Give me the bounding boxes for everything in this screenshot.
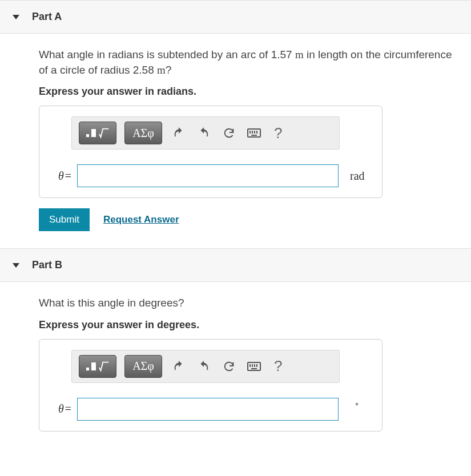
help-icon[interactable]: ? [271, 124, 285, 142]
sqrt-icon [98, 360, 110, 373]
part-b-header[interactable]: Part B [0, 248, 471, 282]
part-b-instruction: Express your answer in degrees. [39, 319, 460, 331]
part-b-question: What is this angle in degrees? [39, 296, 460, 311]
part-a-title: Part A [32, 11, 62, 23]
part-b-answer-input[interactable] [77, 398, 339, 421]
theta-label: θ= [50, 402, 71, 416]
part-a-header[interactable]: Part A [0, 0, 471, 34]
part-a-actions: Submit Request Answer [39, 208, 460, 231]
unit-m: m [295, 49, 304, 60]
keyboard-icon[interactable] [245, 358, 263, 375]
part-a-answer-input[interactable] [77, 164, 339, 187]
equals-sign: = [65, 402, 71, 415]
part-a-body: What angle in radians is subtended by an… [0, 34, 471, 248]
chevron-down-icon [13, 263, 19, 268]
undo-icon[interactable] [170, 124, 187, 142]
chevron-down-icon [13, 15, 19, 19]
equals-sign: = [65, 170, 71, 182]
equation-toolbar: ΑΣφ ? [71, 116, 340, 150]
unit-m: m [157, 64, 166, 76]
question-text: What angle in radians is subtended by an… [39, 49, 295, 60]
part-a-question: What angle in radians is subtended by an… [39, 47, 460, 78]
part-b-answer-box: ΑΣφ ? θ= ∘ [39, 339, 383, 431]
part-a-answer-box: ΑΣφ ? θ= rad [39, 106, 383, 198]
redo-icon[interactable] [195, 124, 212, 142]
part-a-instruction: Express your answer in radians. [39, 86, 460, 98]
equation-toolbar: ΑΣφ ? [71, 350, 340, 383]
greek-symbols-button[interactable]: ΑΣφ [124, 355, 162, 378]
theta-label: θ= [50, 170, 71, 183]
reset-icon[interactable] [220, 358, 237, 375]
reset-icon[interactable] [220, 124, 237, 142]
greek-symbols-button[interactable]: ΑΣφ [124, 122, 162, 144]
sqrt-icon [98, 127, 110, 139]
unit-rad: rad [350, 170, 365, 183]
answer-input-row: θ= rad [50, 164, 372, 187]
part-b-title: Part B [32, 259, 62, 271]
submit-button[interactable]: Submit [39, 208, 90, 231]
theta-symbol: θ [58, 402, 64, 415]
templates-button[interactable] [79, 355, 116, 378]
templates-button[interactable] [79, 122, 116, 144]
request-answer-link[interactable]: Request Answer [103, 214, 179, 225]
keyboard-icon[interactable] [245, 124, 263, 142]
redo-icon[interactable] [195, 358, 212, 375]
answer-input-row: θ= ∘ [50, 398, 372, 421]
undo-icon[interactable] [170, 358, 187, 375]
help-icon[interactable]: ? [271, 357, 285, 375]
theta-symbol: θ [58, 170, 64, 182]
unit-degree: ∘ [355, 399, 359, 408]
part-b-body: What is this angle in degrees? Express y… [0, 282, 471, 449]
question-text: ? [166, 64, 172, 76]
